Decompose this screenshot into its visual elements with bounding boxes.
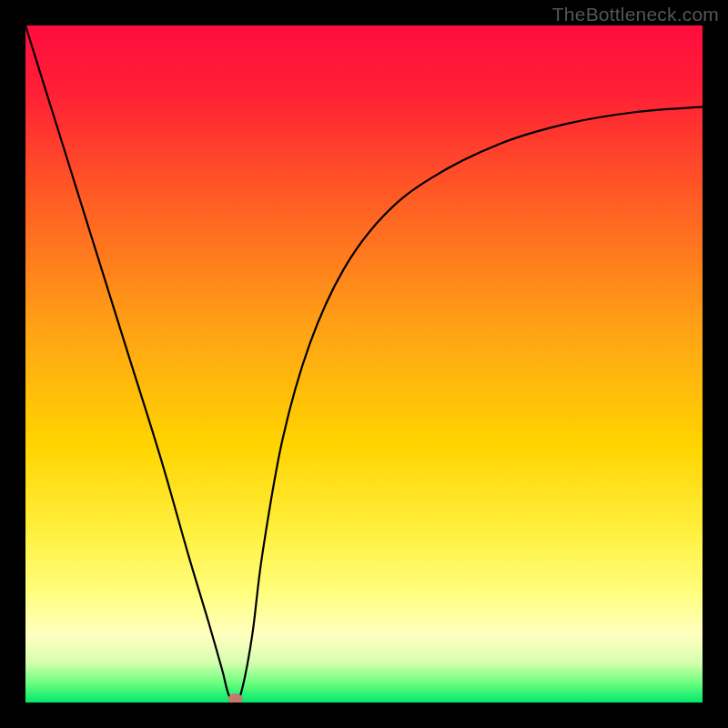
watermark-text: TheBottleneck.com (552, 4, 719, 25)
chart-svg (25, 25, 703, 703)
chart-frame: TheBottleneck.com (0, 0, 728, 728)
plot-area (25, 25, 703, 703)
gradient-background (25, 25, 703, 703)
